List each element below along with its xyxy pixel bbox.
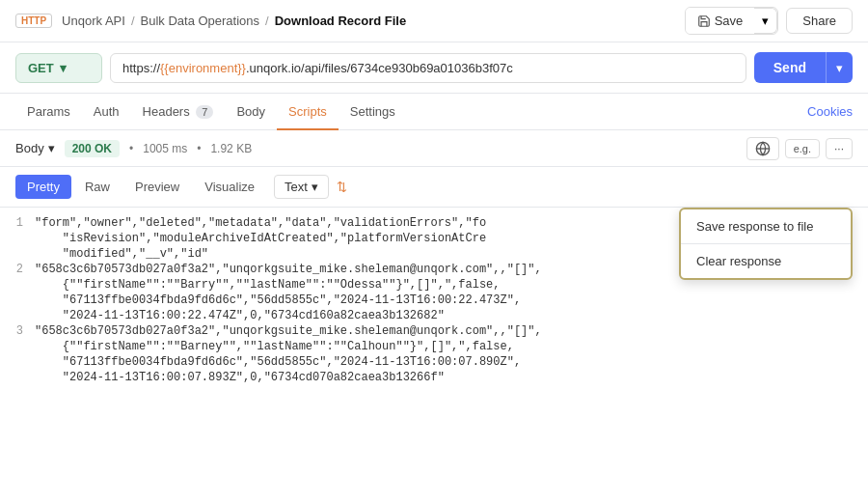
tab-auth[interactable]: Auth <box>82 95 131 130</box>
tab-headers[interactable]: Headers 7 <box>131 95 226 130</box>
globe-icon <box>755 141 771 156</box>
tab-settings[interactable]: Settings <box>339 95 407 130</box>
text-format-select[interactable]: Text ▾ <box>274 175 329 199</box>
line-number <box>0 309 35 322</box>
visualize-button[interactable]: Visualize <box>193 175 266 199</box>
method-select[interactable]: GET ▾ <box>15 53 102 83</box>
clear-response-item[interactable]: Clear response <box>681 244 851 278</box>
response-icons: e.g. ··· <box>746 137 853 160</box>
http-badge: HTTP <box>15 14 52 28</box>
body-text: Body <box>15 141 44 155</box>
text-format-label: Text <box>285 180 308 194</box>
line-number: 1 <box>0 216 35 230</box>
pretty-button[interactable]: Pretty <box>15 175 71 199</box>
save-dropdown-button[interactable]: ▾ <box>754 8 777 34</box>
breadcrumb-item-2[interactable]: Bulk Data Operations <box>141 14 260 28</box>
method-label: GET <box>28 61 54 75</box>
send-button[interactable]: Send <box>754 52 826 83</box>
response-dropdown-menu: Save response to file Clear response <box>679 208 853 280</box>
tab-scripts[interactable]: Scripts <box>277 95 339 130</box>
breadcrumb-current: Download Record File <box>275 14 407 28</box>
header-actions: Save ▾ Share <box>685 7 853 35</box>
url-env: {{environment}} <box>160 61 246 75</box>
line-number <box>0 278 35 292</box>
line-number <box>0 293 35 307</box>
url-prefix: https:// <box>122 61 160 75</box>
line-number: 3 <box>0 324 35 338</box>
response-size: 1.92 KB <box>210 142 252 155</box>
tab-body[interactable]: Body <box>225 95 277 130</box>
breadcrumb-item-1[interactable]: Unqork API <box>62 14 125 28</box>
line-number <box>0 340 35 353</box>
response-bar: Body ▾ 200 OK • 1005 ms • 1.92 KB e.g. ·… <box>0 130 868 167</box>
send-dropdown-button[interactable]: ▾ <box>826 52 853 83</box>
line-content: {""firstName"":""Barry"",""lastName"":""… <box>35 278 868 292</box>
tab-headers-label: Headers <box>143 104 190 119</box>
breadcrumb: Unqork API / Bulk Data Operations / Down… <box>62 14 406 28</box>
url-suffix: .unqork.io/api/files/6734ce930b69a01036b… <box>246 61 513 75</box>
status-badge: 200 OK <box>65 140 120 157</box>
save-response-to-file-item[interactable]: Save response to file <box>681 209 851 244</box>
line-content: "67113ffbe0034fbda9fd6d6c","56dd5855c","… <box>35 355 868 369</box>
tab-params[interactable]: Params <box>15 95 82 130</box>
breadcrumb-sep-2: / <box>265 14 269 28</box>
line-content: "2024-11-13T16:00:07.893Z",0,"6734cd070a… <box>35 371 868 384</box>
cookies-link[interactable]: Cookies <box>807 104 853 119</box>
line-number <box>0 232 35 245</box>
header: HTTP Unqork API / Bulk Data Operations /… <box>0 0 868 42</box>
method-chevron-icon: ▾ <box>60 61 67 75</box>
table-row: {""firstName"":""Barney"",""lastName"":"… <box>0 339 868 354</box>
body-chevron-icon: ▾ <box>48 141 55 155</box>
globe-icon-button[interactable] <box>746 137 779 160</box>
headers-badge: 7 <box>196 105 213 119</box>
line-content: "67113ffbe0034fbda9fd6d6c","56dd5855c","… <box>35 293 868 307</box>
url-input[interactable]: https:// {{environment}} .unqork.io/api/… <box>110 53 746 83</box>
format-bar: Pretty Raw Preview Visualize Text ▾ ⇅ Sa… <box>0 167 868 208</box>
table-row: "2024-11-13T16:00:22.474Z",0,"6734cd160a… <box>0 308 868 323</box>
table-row: "67113ffbe0034fbda9fd6d6c","56dd5855c","… <box>0 354 868 370</box>
save-label: Save <box>715 14 744 28</box>
send-button-group: Send ▾ <box>754 52 853 83</box>
text-chevron-icon: ▾ <box>312 180 318 194</box>
body-label: Body ▾ <box>15 141 55 155</box>
table-row: 3 "658c3c6b70573db027a0f3a2","unqorkgsui… <box>0 323 868 339</box>
line-number: 2 <box>0 263 35 276</box>
save-button[interactable]: Save <box>686 8 755 34</box>
sort-icon[interactable]: ⇅ <box>337 180 347 194</box>
table-row: "67113ffbe0034fbda9fd6d6c","56dd5855c","… <box>0 293 868 308</box>
table-row: "2024-11-13T16:00:07.893Z",0,"6734cd070a… <box>0 370 868 385</box>
line-content: "2024-11-13T16:00:22.474Z",0,"6734cd160a… <box>35 309 868 322</box>
eg-icon-button[interactable]: e.g. <box>785 139 820 158</box>
preview-button[interactable]: Preview <box>123 175 191 199</box>
response-time: 1005 ms <box>143 142 187 155</box>
more-options-button[interactable]: ··· <box>826 138 853 159</box>
line-content: {""firstName"":""Barney"",""lastName"":"… <box>35 340 868 353</box>
dot-sep-2: • <box>197 142 201 155</box>
url-bar: GET ▾ https:// {{environment}} .unqork.i… <box>0 42 868 94</box>
tabs: Params Auth Headers 7 Body Scripts Setti… <box>0 94 868 130</box>
line-content: "658c3c6b70573db027a0f3a2","unqorkgsuite… <box>35 324 868 338</box>
save-button-group: Save ▾ <box>685 7 779 35</box>
line-number <box>0 247 35 261</box>
line-number <box>0 355 35 369</box>
line-number <box>0 371 35 384</box>
raw-button[interactable]: Raw <box>73 175 122 199</box>
share-button[interactable]: Share <box>786 8 853 34</box>
dot-sep-1: • <box>129 142 133 155</box>
save-icon <box>697 14 711 28</box>
breadcrumb-sep-1: / <box>131 14 135 28</box>
